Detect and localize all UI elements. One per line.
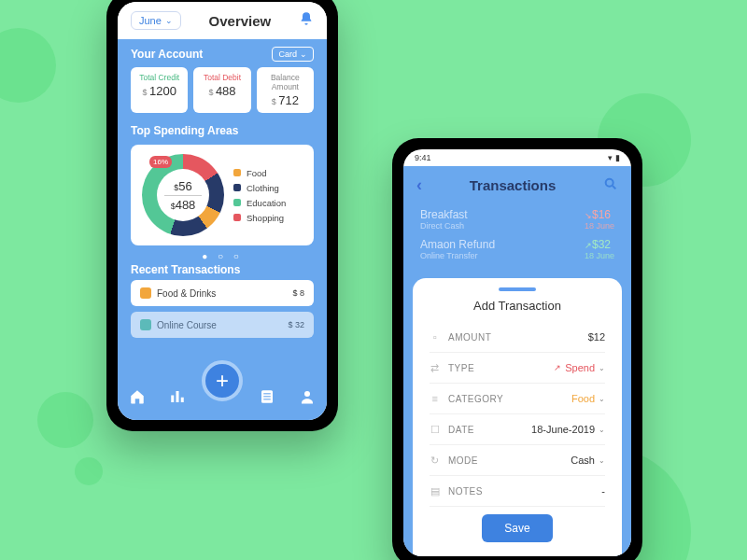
sheet-handle[interactable] (499, 287, 536, 291)
svg-rect-4 (264, 393, 272, 394)
overview-header: June ⌄ Overview (118, 2, 327, 39)
bg-transaction: Amaon RefundOnline Transfer ↗$3218 June (403, 234, 631, 264)
notes-icon: ▤ (430, 485, 441, 497)
page-title: Overview (209, 13, 272, 29)
add-transaction-sheet: Add Transaction ▫AMOUNT $12 ⇄TYPE ↗Spend… (413, 278, 622, 556)
bg-transaction: BreakfastDirect Cash ↘$1618 June (403, 204, 631, 234)
type-icon: ⇄ (430, 362, 441, 373)
status-icons: ▾ ▮ (608, 153, 620, 162)
sheet-title: Add Transaction (430, 299, 605, 313)
date-row[interactable]: ☐DATE 18-June-2019⌄ (430, 414, 605, 445)
balance-card: Balance Amount $ 712 (257, 67, 314, 113)
month-selector[interactable]: June ⌄ (131, 11, 181, 30)
mode-icon: ↻ (430, 455, 441, 466)
svg-rect-5 (264, 396, 272, 397)
save-button[interactable]: Save (482, 514, 552, 542)
chevron-down-icon: ⌄ (599, 456, 605, 465)
status-bar: 9:41 ▾ ▮ (403, 149, 631, 166)
chevron-down-icon: ⌄ (599, 395, 605, 403)
svg-point-8 (606, 179, 613, 187)
chart-legend: Food Clothing Education Shopping (233, 163, 303, 228)
overview-phone: June ⌄ Overview Your Account Card⌄ Total… (106, 0, 338, 431)
category-row[interactable]: ≡CATEGORY Food⌄ (430, 384, 605, 414)
recent-title: Recent Transactions (131, 263, 314, 276)
debit-card: Total Debit $ 488 (193, 67, 250, 113)
pct-badge: 16% (149, 156, 172, 168)
list-icon[interactable] (259, 388, 275, 409)
svg-rect-2 (180, 398, 183, 402)
category-icon: ≡ (430, 393, 441, 404)
chevron-down-icon: ⌄ (599, 364, 605, 372)
svg-rect-1 (176, 391, 178, 402)
card-selector[interactable]: Card⌄ (272, 47, 314, 62)
page-title: Transactions (470, 177, 557, 193)
date-icon: ☐ (430, 424, 441, 435)
svg-rect-0 (171, 396, 174, 403)
add-button[interactable]: + (202, 360, 243, 401)
donut-chart: 16% $56 $488 (142, 154, 224, 236)
bottom-nav: + (118, 377, 327, 420)
credit-card: Total Credit $ 1200 (131, 67, 188, 113)
food-icon (140, 287, 151, 299)
mode-row[interactable]: ↻MODE Cash⌄ (430, 445, 605, 476)
chevron-down-icon: ⌄ (300, 49, 307, 59)
chevron-down-icon: ⌄ (599, 426, 605, 434)
type-row[interactable]: ⇄TYPE ↗Spend⌄ (430, 353, 605, 384)
amount-row[interactable]: ▫AMOUNT $12 (430, 322, 605, 353)
transaction-row[interactable]: Food & Drinks $ 8 (131, 280, 314, 306)
spending-chart-card: 16% $56 $488 Food Clothing Education Sho… (131, 145, 314, 245)
transactions-phone: 9:41 ▾ ▮ ‹ Transactions BreakfastDirect … (392, 138, 642, 560)
bell-icon[interactable] (299, 11, 314, 30)
month-label: June (139, 15, 162, 26)
spending-title: Top Spending Areas (131, 124, 314, 137)
status-time: 9:41 (415, 153, 431, 162)
account-title: Your Account (131, 48, 203, 61)
svg-point-7 (304, 391, 310, 397)
search-icon[interactable] (603, 176, 618, 194)
transaction-row[interactable]: Online Course $ 32 (131, 312, 314, 338)
home-icon[interactable] (129, 388, 146, 409)
amount-icon: ▫ (430, 331, 441, 343)
svg-rect-6 (264, 399, 272, 399)
svg-line-9 (613, 186, 615, 189)
course-icon (140, 319, 151, 330)
page-dots[interactable]: ● ○ ○ (131, 245, 314, 263)
chevron-down-icon: ⌄ (165, 16, 173, 25)
profile-icon[interactable] (299, 388, 316, 409)
notes-row[interactable]: ▤NOTES - (430, 476, 605, 507)
back-icon[interactable]: ‹ (416, 175, 422, 195)
stats-icon[interactable] (169, 388, 186, 409)
